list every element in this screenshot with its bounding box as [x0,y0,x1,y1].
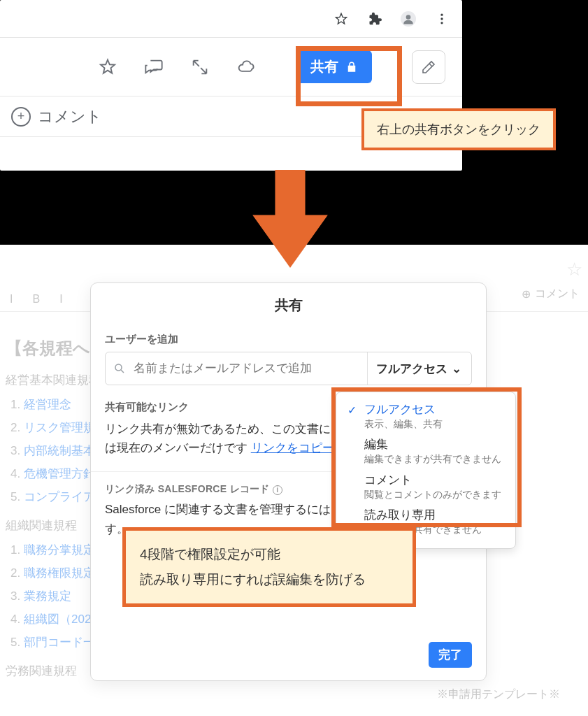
info-icon[interactable]: i [273,485,282,495]
extensions-icon[interactable] [367,11,382,27]
format-item[interactable]: I [59,293,62,306]
callout-permission-line1: 4段階で権限設定が可能 [140,542,399,567]
svg-line-7 [121,370,124,373]
callout-click-share-text: 右上の共有ボタンをクリック [377,122,540,136]
copy-link[interactable]: リンクをコピー [251,441,334,454]
add-user-row: フルアクセス ⌄ [105,352,472,385]
browser-chrome-row [0,0,462,38]
app-toolbar: 共有 [0,38,462,96]
format-item[interactable]: B [32,293,40,306]
check-icon: ✓ [347,403,357,417]
add-user-input[interactable] [134,361,367,375]
done-button[interactable]: 完了 [429,642,472,668]
format-item[interactable]: I [10,293,13,306]
share-button-label: 共有 [310,57,338,76]
permission-popover: ✓ フルアクセス 表示、編集、共有 編集 編集できますが共有できません コメント… [336,392,516,549]
comment-button[interactable]: ⊕ コメント [522,287,580,301]
chevron-down-icon: ⌄ [452,361,461,376]
lock-icon [345,61,358,73]
permission-option-comment[interactable]: コメント 閲覧とコメントのみができます [343,470,511,505]
svg-point-4 [440,22,443,24]
permission-option-full-access[interactable]: ✓ フルアクセス 表示、編集、共有 [343,399,511,434]
arrow-down-icon [252,170,329,268]
star-outline-icon[interactable] [334,11,349,27]
star-outline-icon[interactable] [97,57,118,78]
doc-footnote: ※申請用テンプレート※ [437,687,560,702]
add-user-label: ユーザーを追加 [91,324,486,352]
share-modal-title: 共有 [91,283,486,324]
expand-arrows-icon[interactable] [189,57,210,78]
permission-selector-label: フルアクセス [376,361,447,377]
search-icon [106,362,134,375]
plus-circle-icon: + [11,107,31,127]
svg-marker-5 [101,59,115,73]
callout-click-share: 右上の共有ボタンをクリック [361,108,556,150]
compose-button[interactable] [412,50,445,84]
chat-bubbles-icon[interactable] [143,57,164,78]
svg-marker-0 [336,13,346,24]
callout-permission-line2: 読み取り専用にすれば誤編集を防げる [140,567,399,592]
permission-selector[interactable]: フルアクセス ⌄ [367,352,471,385]
comment-button-label: コメント [38,106,102,127]
star-outline-icon: ☆ [566,259,582,280]
svg-point-2 [440,13,443,15]
svg-point-3 [440,17,443,20]
svg-point-6 [115,364,122,371]
avatar-icon[interactable] [401,11,416,27]
share-button[interactable]: 共有 [296,50,372,83]
more-vert-icon[interactable] [434,11,450,27]
svg-point-1 [406,15,411,20]
share-button-wrap: 共有 [282,36,387,98]
callout-permission-levels: 4段階で権限設定が可能 読み取り専用にすれば誤編集を防げる [122,527,416,607]
cloud-icon[interactable] [236,57,257,78]
permission-option-edit[interactable]: 編集 編集できますが共有できません [343,434,511,469]
